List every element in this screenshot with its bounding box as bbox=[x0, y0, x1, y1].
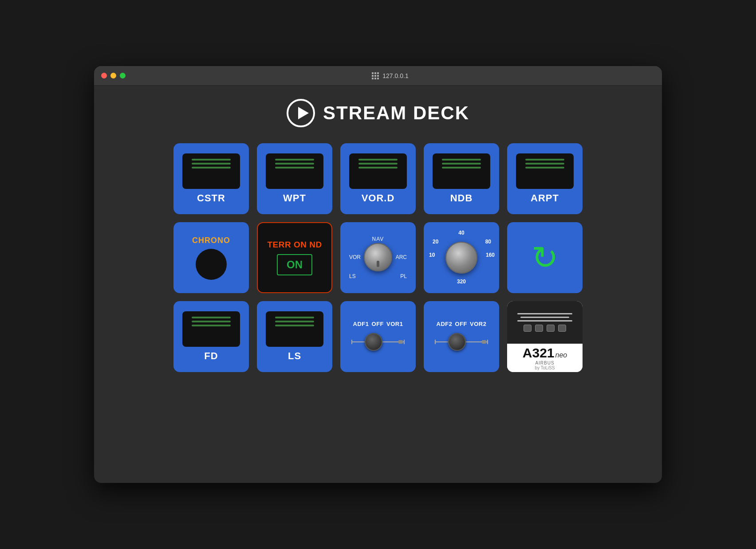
range-num-10: 10 bbox=[429, 252, 435, 258]
wpt-panel bbox=[266, 153, 323, 189]
adf1-button[interactable]: ADF1 OFF VOR1 bbox=[340, 301, 416, 372]
refresh-icon: ↻ bbox=[532, 242, 558, 274]
nav-knob-button[interactable]: NAV VOR ARC LS PL bbox=[340, 222, 416, 293]
green-line bbox=[192, 163, 231, 165]
title-bar: 127.0.0.1 bbox=[94, 66, 662, 86]
a321-text: A321 bbox=[523, 345, 555, 361]
green-lines bbox=[442, 159, 481, 169]
neo-text: neo bbox=[555, 351, 567, 359]
range-knob-button[interactable]: 40 20 80 10 160 320 bbox=[424, 222, 499, 293]
arpt-panel bbox=[516, 153, 574, 189]
svg-marker-1 bbox=[298, 107, 309, 119]
button-grid: CSTR WPT bbox=[173, 143, 583, 372]
adf2-container: ADF2 OFF VOR2 bbox=[435, 321, 488, 353]
nav-top-label: NAV bbox=[372, 236, 384, 242]
title-bar-center: 127.0.0.1 bbox=[126, 72, 655, 79]
pl-label: PL bbox=[400, 273, 407, 279]
plane-lines bbox=[507, 309, 583, 336]
fd-label: FD bbox=[204, 350, 218, 362]
ls-panel bbox=[266, 311, 323, 347]
cstr-panel bbox=[182, 153, 240, 189]
adf2-toggle bbox=[435, 331, 488, 353]
ls-label: LS bbox=[288, 350, 301, 362]
adf2-button[interactable]: ADF2 OFF VOR2 bbox=[424, 301, 499, 372]
range-knob[interactable] bbox=[445, 242, 477, 274]
stream-deck-logo-icon bbox=[287, 99, 315, 127]
terr-button[interactable]: TERR ON ND ON bbox=[257, 222, 332, 293]
range-num-80: 80 bbox=[485, 239, 491, 245]
a321-top bbox=[507, 301, 583, 344]
chrono-label: CHRONO bbox=[192, 236, 230, 245]
nav-knob[interactable] bbox=[364, 243, 392, 271]
adf2-off-label: OFF bbox=[455, 321, 468, 327]
refresh-button[interactable]: ↻ bbox=[507, 222, 583, 293]
window-title: 127.0.0.1 bbox=[382, 72, 408, 79]
cstr-button[interactable]: CSTR bbox=[173, 143, 249, 214]
ls-button[interactable]: LS bbox=[257, 301, 332, 372]
adf1-container: ADF1 OFF VOR1 bbox=[351, 321, 405, 353]
fd-button[interactable]: FD bbox=[173, 301, 249, 372]
cstr-label: CSTR bbox=[197, 192, 225, 204]
vord-panel bbox=[349, 153, 407, 189]
logo-text: STREAM DECK bbox=[323, 102, 469, 124]
terr-on-box: ON bbox=[277, 254, 312, 275]
range-num-40: 40 bbox=[458, 230, 464, 236]
minimize-button[interactable] bbox=[110, 73, 116, 78]
green-lines bbox=[358, 159, 398, 169]
traffic-lights bbox=[101, 73, 126, 78]
content-area: STREAM DECK CSTR bbox=[94, 86, 662, 483]
nav-labels-row: VOR ARC bbox=[349, 243, 407, 271]
nav-labels-row2: LS PL bbox=[349, 273, 407, 279]
green-lines bbox=[275, 159, 314, 169]
range-labels: 40 20 80 10 160 320 bbox=[428, 229, 495, 286]
ndb-panel bbox=[433, 153, 490, 189]
terr-label: TERR ON ND bbox=[267, 240, 322, 250]
vor1-label: VOR1 bbox=[386, 321, 403, 327]
green-line bbox=[192, 167, 231, 169]
green-lines bbox=[275, 317, 314, 326]
ls-label: LS bbox=[349, 273, 356, 279]
vord-button[interactable]: VOR.D bbox=[340, 143, 416, 214]
green-line bbox=[192, 159, 231, 161]
vord-label: VOR.D bbox=[362, 192, 395, 204]
arpt-label: ARPT bbox=[531, 192, 559, 204]
range-num-20: 20 bbox=[433, 239, 438, 245]
arc-label: ARC bbox=[396, 254, 407, 260]
a321-bottom: A321 neo AIRBUS by ToLiSS bbox=[507, 344, 583, 372]
green-lines bbox=[192, 317, 231, 326]
a321-button[interactable]: A321 neo AIRBUS by ToLiSS bbox=[507, 301, 583, 372]
arpt-button[interactable]: ARPT bbox=[507, 143, 583, 214]
adf2-label-row: ADF2 OFF VOR2 bbox=[437, 321, 487, 327]
app-window: 127.0.0.1 STREAM DECK bbox=[94, 66, 662, 483]
chrono-circle bbox=[196, 249, 227, 280]
airbus-text: AIRBUS bbox=[535, 361, 554, 365]
maximize-button[interactable] bbox=[120, 73, 126, 78]
nav-label: NAV bbox=[372, 236, 384, 242]
fd-panel bbox=[182, 311, 240, 347]
wpt-label: WPT bbox=[283, 192, 306, 204]
adf1-label: ADF1 bbox=[353, 321, 369, 327]
vor-label: VOR bbox=[349, 254, 361, 260]
adf1-label-row: ADF1 OFF VOR1 bbox=[353, 321, 403, 327]
adf1-toggle bbox=[351, 331, 405, 353]
close-button[interactable] bbox=[101, 73, 107, 78]
terr-on-text: ON bbox=[287, 259, 303, 271]
nav-knob-container: NAV VOR ARC LS PL bbox=[344, 226, 413, 290]
range-num-320: 320 bbox=[457, 278, 466, 285]
ndb-button[interactable]: NDB bbox=[424, 143, 499, 214]
adf1-off-label: OFF bbox=[372, 321, 384, 327]
grid-icon bbox=[372, 72, 379, 79]
logo-area: STREAM DECK bbox=[287, 99, 469, 127]
vor2-label: VOR2 bbox=[470, 321, 486, 327]
green-lines bbox=[192, 159, 231, 169]
a321-main-text: A321 neo bbox=[523, 345, 567, 361]
range-num-160: 160 bbox=[486, 252, 495, 258]
chrono-button[interactable]: CHRONO bbox=[173, 222, 249, 293]
toliss-text: by ToLiSS bbox=[535, 365, 555, 370]
adf2-label: ADF2 bbox=[437, 321, 453, 327]
green-lines bbox=[525, 159, 564, 169]
ndb-label: NDB bbox=[450, 192, 473, 204]
wpt-button[interactable]: WPT bbox=[257, 143, 332, 214]
